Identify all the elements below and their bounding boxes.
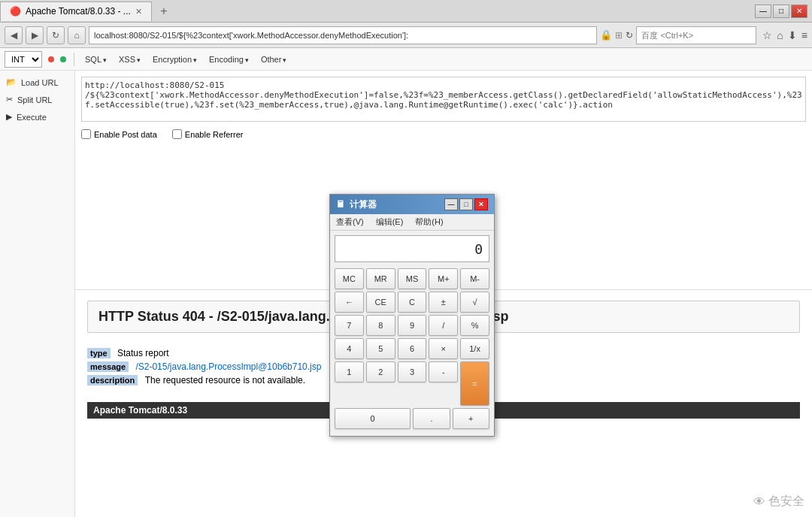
calc-menu-view[interactable]: 查看(V) — [333, 216, 367, 228]
calc-mplus-button[interactable]: M+ — [429, 268, 458, 289]
calc-equals-button[interactable]: = — [460, 361, 489, 406]
checkboxes-row: Enable Post data Enable Referrer — [81, 129, 806, 139]
type-select[interactable]: INT STR HEX — [5, 51, 42, 68]
settings-icon[interactable]: ≡ — [801, 29, 807, 41]
tab-row: 🔴 Apache Tomcat/8.0.33 - ... ✕ + — □ ✕ — [0, 0, 812, 23]
enable-referrer-label: Enable Referrer — [185, 130, 244, 139]
calc-buttons: MC MR MS M+ M- ← CE C ± √ 7 8 9 / % 4 5 … — [330, 265, 494, 436]
type-label: type — [87, 348, 111, 358]
tab-title: Apache Tomcat/8.0.33 - ... — [26, 6, 131, 17]
referrer-checkbox-input[interactable] — [172, 129, 182, 139]
split-url-label: Split URL — [17, 95, 52, 104]
calc-ms-button[interactable]: MS — [398, 268, 427, 289]
calc-row-789: 7 8 9 / % — [335, 315, 489, 336]
calc-sqrt-button[interactable]: √ — [460, 292, 489, 313]
new-tab-button[interactable]: + — [155, 2, 173, 20]
message-label: message — [87, 361, 129, 372]
watermark-icon: 👁 — [753, 495, 765, 509]
load-url-item[interactable]: 📂 Load URL — [0, 74, 74, 91]
calc-menu-bar: 查看(V) 编辑(E) 帮助(H) — [330, 214, 494, 231]
calc-row-456: 4 5 6 × 1/x — [335, 338, 489, 359]
close-button[interactable]: ✕ — [791, 5, 807, 18]
calc-decimal-button[interactable]: . — [413, 408, 450, 429]
security-icon: 🔒 — [600, 29, 612, 41]
watermark: 👁 色安全 — [753, 494, 804, 509]
calc-mminus-button[interactable]: M- — [460, 268, 489, 289]
tab-favicon: 🔴 — [10, 6, 21, 17]
calc-memory-row: MC MR MS M+ M- — [335, 268, 489, 289]
calc-0-button[interactable]: 0 — [335, 408, 411, 429]
post-checkbox-input[interactable] — [81, 129, 91, 139]
calculator-window: 🖩 计算器 — □ ✕ 查看(V) 编辑(E) 帮助(H) 0 MC MR MS… — [329, 194, 495, 437]
split-url-icon: ✂ — [6, 95, 13, 104]
calc-reciprocal-button[interactable]: 1/x — [460, 338, 489, 359]
other-button[interactable]: Other — [258, 53, 290, 65]
execute-label: Execute — [17, 113, 47, 122]
active-tab[interactable]: 🔴 Apache Tomcat/8.0.33 - ... ✕ — [0, 2, 152, 21]
address-bar[interactable] — [89, 26, 597, 44]
maximize-button[interactable]: □ — [773, 5, 789, 18]
calc-ce-button[interactable]: CE — [366, 292, 395, 313]
load-url-icon: 📂 — [6, 77, 17, 87]
calc-backspace-button[interactable]: ← — [335, 292, 364, 313]
toolbar: INT STR HEX SQL XSS Encryption Encoding … — [0, 48, 812, 71]
toolbar-separator — [74, 53, 74, 66]
calc-6-button[interactable]: 6 — [398, 338, 427, 359]
calc-add-button[interactable]: + — [453, 408, 489, 429]
calc-maximize-button[interactable]: □ — [459, 198, 473, 210]
forward-button[interactable]: ▶ — [26, 26, 44, 44]
search-input[interactable] — [636, 26, 756, 44]
calc-menu-help[interactable]: 帮助(H) — [412, 216, 446, 228]
calc-ce-row: ← CE C ± √ — [335, 292, 489, 313]
home-button[interactable]: ⌂ — [68, 26, 86, 44]
calc-display: 0 — [335, 235, 489, 262]
calc-row-123: 1 2 3 - = — [335, 361, 489, 406]
calc-menu-edit[interactable]: 编辑(E) — [373, 216, 407, 228]
calc-minimize-button[interactable]: — — [444, 198, 458, 210]
calc-4-button[interactable]: 4 — [335, 338, 364, 359]
split-url-item[interactable]: ✂ Split URL — [0, 91, 74, 108]
calc-9-button[interactable]: 9 — [398, 315, 427, 336]
calc-8-button[interactable]: 8 — [366, 315, 395, 336]
encoding-button[interactable]: Encoding — [206, 53, 252, 65]
enable-post-label: Enable Post data — [94, 130, 157, 139]
calc-title-bar: 🖩 计算器 — □ ✕ — [330, 195, 494, 214]
calc-multiply-button[interactable]: × — [429, 338, 458, 359]
calc-5-button[interactable]: 5 — [366, 338, 395, 359]
calc-favicon: 🖩 — [336, 199, 345, 210]
calc-mr-button[interactable]: MR — [366, 268, 395, 289]
execute-icon: ▶ — [6, 112, 12, 122]
tab-close-button[interactable]: ✕ — [135, 7, 142, 17]
download-icon[interactable]: ⬇ — [788, 29, 797, 41]
calc-plusminus-button[interactable]: ± — [429, 292, 458, 313]
minimize-button[interactable]: — — [755, 5, 771, 18]
calc-divide-button[interactable]: / — [429, 315, 458, 336]
reload-icon: ↻ — [626, 30, 633, 41]
xss-button[interactable]: XSS — [116, 53, 144, 65]
back-button[interactable]: ◀ — [5, 26, 23, 44]
calc-mc-button[interactable]: MC — [335, 268, 364, 289]
window-controls: — □ ✕ — [755, 5, 812, 18]
calc-1-button[interactable]: 1 — [335, 361, 364, 382]
calc-display-value: 0 — [474, 241, 483, 257]
calc-percent-button[interactable]: % — [460, 315, 489, 336]
calc-subtract-button[interactable]: - — [429, 361, 458, 382]
nav-extra-icons: ☆ ⌂ ⬇ ≡ — [762, 29, 807, 41]
enable-referrer-checkbox[interactable]: Enable Referrer — [172, 129, 244, 139]
url-textarea[interactable]: http://localhost:8080/S2-015 /${%23conte… — [81, 77, 806, 122]
calc-2-button[interactable]: 2 — [366, 361, 395, 382]
home-icon2[interactable]: ⌂ — [777, 29, 783, 41]
calc-clear-button[interactable]: C — [398, 292, 427, 313]
sql-button[interactable]: SQL — [82, 53, 110, 65]
encryption-button[interactable]: Encryption — [150, 53, 200, 65]
description-value: The requested resource is not available. — [145, 375, 305, 385]
calc-window-controls: — □ ✕ — [444, 198, 488, 210]
message-link[interactable]: /S2-015/java.lang.ProcessImpl@10b6b710.j… — [135, 361, 321, 372]
enable-post-checkbox[interactable]: Enable Post data — [81, 129, 157, 139]
calc-close-button[interactable]: ✕ — [474, 198, 488, 210]
calc-7-button[interactable]: 7 — [335, 315, 364, 336]
refresh-button[interactable]: ↻ — [47, 26, 65, 44]
bookmark-icon[interactable]: ☆ — [762, 29, 772, 41]
execute-item[interactable]: ▶ Execute — [0, 108, 74, 125]
calc-3-button[interactable]: 3 — [398, 361, 427, 382]
